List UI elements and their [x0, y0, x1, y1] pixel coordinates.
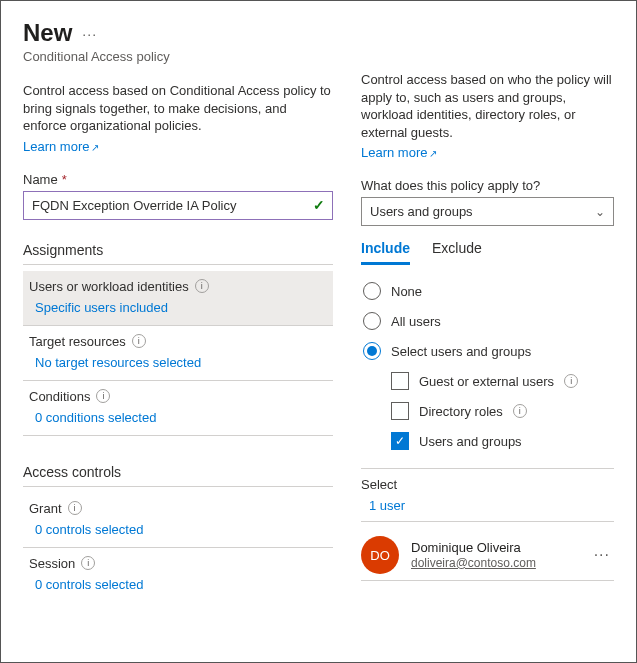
info-icon[interactable]: i [195, 279, 209, 293]
learn-more-link-left[interactable]: Learn more↗ [23, 139, 333, 154]
tab-exclude[interactable]: Exclude [432, 236, 482, 265]
chevron-down-icon: ⌄ [595, 205, 605, 219]
name-label: Name [23, 172, 58, 187]
uwi-label: Users or workload identities [29, 279, 189, 294]
checkbox-icon: ✓ [391, 432, 409, 450]
radio-icon [363, 342, 381, 360]
users-workload-identities-row[interactable]: Users or workload identities i Specific … [23, 271, 333, 325]
radio-all-label: All users [391, 314, 441, 329]
session-value: 0 controls selected [29, 571, 327, 600]
checkbox-guest-users[interactable]: Guest or external users i [389, 366, 614, 396]
info-icon[interactable]: i [68, 501, 82, 515]
learn-more-text: Learn more [361, 145, 427, 160]
avatar: DO [361, 536, 399, 574]
tab-include[interactable]: Include [361, 236, 410, 265]
required-indicator: * [62, 172, 67, 187]
grant-label: Grant [29, 501, 62, 516]
radio-select-users[interactable]: Select users and groups [361, 336, 614, 366]
apply-to-value: Users and groups [370, 204, 473, 219]
radio-none-label: None [391, 284, 422, 299]
checkbox-users-groups[interactable]: ✓ Users and groups [389, 426, 614, 456]
learn-more-link-right[interactable]: Learn more↗ [361, 145, 614, 160]
info-icon[interactable]: i [81, 556, 95, 570]
external-link-icon: ↗ [429, 148, 437, 159]
radio-none[interactable]: None [361, 276, 614, 306]
page-title: New [23, 19, 72, 47]
radio-icon [363, 312, 381, 330]
selected-user-row[interactable]: DO Dominique Oliveira doliveira@contoso.… [361, 530, 614, 581]
select-count-link[interactable]: 1 user [361, 492, 614, 517]
info-icon[interactable]: i [513, 404, 527, 418]
user-row-menu-button[interactable]: ··· [590, 546, 614, 564]
radio-all-users[interactable]: All users [361, 306, 614, 336]
uwi-value: Specific users included [29, 294, 327, 323]
chk-guest-label: Guest or external users [419, 374, 554, 389]
policy-name-input[interactable] [23, 191, 333, 220]
conditions-value: 0 conditions selected [29, 404, 327, 433]
session-row[interactable]: Session i 0 controls selected [23, 548, 333, 602]
left-description: Control access based on Conditional Acce… [23, 82, 333, 135]
radio-icon [363, 282, 381, 300]
checkbox-icon [391, 402, 409, 420]
grant-value: 0 controls selected [29, 516, 327, 545]
info-icon[interactable]: i [564, 374, 578, 388]
chk-roles-label: Directory roles [419, 404, 503, 419]
check-icon: ✓ [313, 197, 325, 213]
more-menu-button[interactable]: ··· [82, 26, 97, 42]
apply-to-select[interactable]: Users and groups ⌄ [361, 197, 614, 226]
session-label: Session [29, 556, 75, 571]
external-link-icon: ↗ [91, 142, 99, 153]
select-heading: Select [361, 477, 614, 492]
assignments-heading: Assignments [23, 242, 333, 265]
checkbox-icon [391, 372, 409, 390]
grant-row[interactable]: Grant i 0 controls selected [23, 493, 333, 547]
conditions-row[interactable]: Conditions i 0 conditions selected [23, 381, 333, 435]
target-value: No target resources selected [29, 349, 327, 378]
chk-groups-label: Users and groups [419, 434, 522, 449]
learn-more-text: Learn more [23, 139, 89, 154]
checkbox-directory-roles[interactable]: Directory roles i [389, 396, 614, 426]
right-description: Control access based on who the policy w… [361, 71, 614, 141]
info-icon[interactable]: i [96, 389, 110, 403]
apply-to-label: What does this policy apply to? [361, 178, 614, 193]
user-name: Dominique Oliveira [411, 540, 578, 556]
access-controls-heading: Access controls [23, 464, 333, 487]
target-resources-row[interactable]: Target resources i No target resources s… [23, 326, 333, 380]
target-label: Target resources [29, 334, 126, 349]
info-icon[interactable]: i [132, 334, 146, 348]
radio-select-label: Select users and groups [391, 344, 531, 359]
page-subtitle: Conditional Access policy [23, 49, 333, 64]
user-email: doliveira@contoso.com [411, 556, 578, 571]
conditions-label: Conditions [29, 389, 90, 404]
